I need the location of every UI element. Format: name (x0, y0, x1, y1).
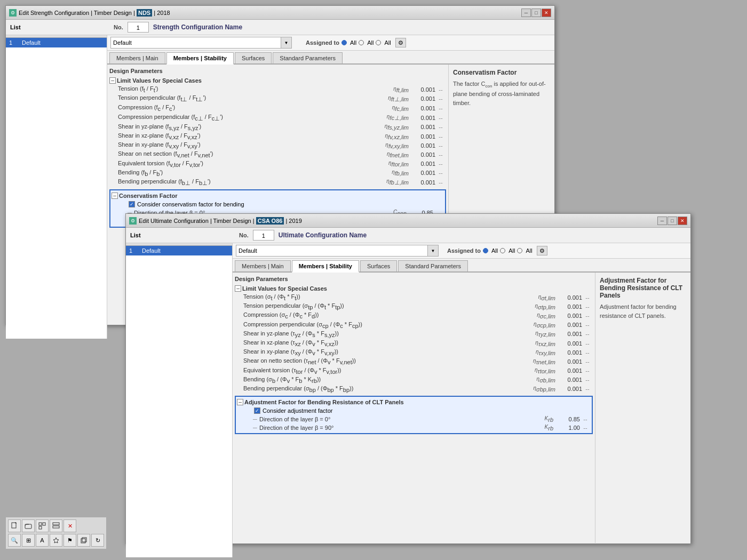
refresh-button[interactable]: ↻ (91, 534, 104, 547)
w2-param-row: Compression perpendicular (σcp / (Φc * F… (235, 321, 593, 330)
w2-radio-icon-1 (483, 248, 488, 253)
w2-name-label: Ultimate Configuration Name (279, 231, 367, 239)
w2-close-button[interactable]: ✕ (678, 217, 687, 225)
param-row: Shear in yz-plane (fs,yz / Fs,yz') ηfs,y… (109, 123, 446, 132)
conservatism-checkbox-row: ✓ Consider conservatism factor for bendi… (112, 200, 444, 209)
toolbar-row-2: 🔍 ⊞ A ⚑ ↻ (8, 534, 104, 547)
collapse-conservatism-icon[interactable]: ─ (112, 193, 118, 199)
window1-controls: ─ □ ✕ (521, 9, 551, 17)
combo-dropdown-icon[interactable]: ▼ (281, 37, 291, 48)
window1-header: List No. 1 Strength Configuration Name (6, 20, 554, 35)
right-description: The factor Ccon is applied for out-of-pl… (453, 79, 550, 107)
svg-rect-5 (53, 523, 59, 525)
star-button[interactable] (50, 534, 62, 547)
no-value: 1 (128, 22, 149, 33)
ultimate-config-icon: ⚙ (129, 217, 137, 225)
w2-right-description: Adjustment factor for bending resistance… (600, 302, 686, 320)
w2-tab-surfaces[interactable]: Surfaces (360, 260, 397, 271)
adj-factor-title: Adjustment Factor for Bending Resistance… (244, 399, 404, 405)
w2-no-label: No. (239, 232, 249, 238)
window2-main: Default ▼ Assigned to All All All ⚙ (233, 243, 690, 557)
w2-param-row: Bending (σb / (Φv * Fb * Krb)) ησb,lim 0… (235, 375, 593, 385)
svg-rect-4 (39, 526, 42, 529)
adj-factor-section: ─ Adjustment Factor for Bending Resistan… (235, 396, 593, 434)
flag-button[interactable]: ⚑ (63, 534, 76, 547)
w2-minimize-button[interactable]: ─ (657, 217, 667, 225)
w2-beta0-row: ─ Direction of the layer β = 0° Krb 0.85… (237, 415, 591, 423)
w2-list-item[interactable]: 1 Default (126, 246, 232, 255)
w2-limit-values-title: Limit Values for Special Cases (242, 285, 327, 292)
right-title: Conservatism Factor (453, 69, 550, 76)
name-row: Default ▼ Assigned to All All All ⚙ (107, 35, 554, 51)
w2-maximize-button[interactable]: □ (667, 217, 677, 225)
window2-controls: ─ □ ✕ (657, 217, 687, 225)
ultimate-config-window: ⚙ Edit Ultimate Configuration | Timber D… (125, 213, 691, 544)
w2-right-title: Adjustment Factor for Bending Resistance… (600, 277, 686, 299)
adj-checkbox-label: Consider adjustment factor (263, 407, 332, 414)
tab-members-stability[interactable]: Members | Stability (166, 52, 234, 65)
window2-body: 1 Default Default ▼ Assigned to All (126, 243, 690, 557)
w2-beta90-row: ─ Direction of the layer β = 90° Krb 1.0… (237, 423, 591, 432)
svg-rect-6 (53, 526, 59, 528)
search-button[interactable]: 🔍 (8, 534, 21, 547)
tabs-row: Members | Main Members | Stability Surfa… (107, 51, 554, 65)
w2-combo-dropdown-icon[interactable]: ▼ (427, 245, 438, 256)
param-row: Bending (fb / Fb') ηfb,lim 0.001 -- (109, 169, 446, 178)
tab-members-main[interactable]: Members | Main (109, 52, 165, 63)
w2-no-value: 1 (253, 230, 274, 241)
w2-assigned-options-button[interactable]: ⚙ (537, 246, 547, 255)
w2-tab-standard-params[interactable]: Standard Parameters (398, 260, 468, 271)
param-row: Shear in xz-plane (fv,xz / Fv,xz') ηfv,x… (109, 132, 446, 141)
maximize-button[interactable]: □ (531, 9, 541, 17)
assigned-options-button[interactable]: ⚙ (395, 38, 406, 47)
strength-config-titlebar: ⚙ Edit Strength Configuration | Timber D… (6, 6, 554, 20)
w2-collapse-limit-icon[interactable]: ─ (235, 285, 241, 292)
tab-surfaces[interactable]: Surfaces (235, 52, 272, 63)
w2-radio-icon-2 (500, 248, 505, 253)
list-label: List (8, 24, 109, 30)
window2-content: List No. 1 Ultimate Configuration Name 1… (126, 228, 690, 557)
conservatism-title: Conservatism Factor (119, 193, 177, 199)
window2-list: 1 Default (126, 243, 233, 557)
arrange2-button[interactable] (50, 519, 62, 532)
limit-values-section: ─ Limit Values for Special Cases (109, 76, 446, 85)
adj-checkbox-row: ✓ Consider adjustment factor (237, 406, 591, 415)
radio-icon-2 (359, 40, 364, 45)
arrange1-button[interactable] (36, 519, 49, 532)
name-combo[interactable]: Default ▼ (110, 37, 292, 49)
w2-assigned-section: Assigned to All All All ⚙ (447, 246, 547, 255)
delete-button[interactable]: ✕ (63, 519, 76, 532)
param-row: Equivalent torsion (fv,tor / Fv,tor') ηf… (109, 159, 446, 169)
list-item[interactable]: 1 Default (6, 38, 107, 47)
view-button[interactable]: ⊞ (22, 534, 35, 547)
collapse-sub-icon (120, 201, 126, 207)
no-label: No. (114, 24, 123, 30)
radio-icon-3 (376, 40, 381, 45)
w2-param-row: Shear in xy-plane (τxy / (Φv * Fv,xy)) η… (235, 348, 593, 357)
minimize-button[interactable]: ─ (521, 9, 531, 17)
ultimate-config-title: Edit Ultimate Configuration | Timber Des… (139, 218, 655, 224)
param-row: Shear on net section (fv,net / Fv,net') … (109, 150, 446, 159)
close-button[interactable]: ✕ (542, 9, 551, 17)
name-section: Strength Configuration Name (153, 23, 552, 31)
param-row: Tension (ft / Ft') ηft,lim 0.001 -- (109, 85, 446, 94)
w2-tab-members-stability[interactable]: Members | Stability (292, 260, 359, 273)
tag-button[interactable]: A (36, 534, 49, 547)
w2-left-pane: Design Parameters ─ Limit Values for Spe… (233, 273, 595, 543)
window1-list: 1 Default (6, 35, 107, 339)
new-button[interactable] (8, 519, 21, 532)
w2-limit-values-section: ─ Limit Values for Special Cases (235, 284, 593, 293)
tab-standard-params[interactable]: Standard Parameters (273, 52, 343, 63)
copy-button[interactable] (77, 534, 90, 547)
w2-name-row: Default ▼ Assigned to All All All ⚙ (233, 243, 690, 259)
collapse-limit-icon[interactable]: ─ (109, 77, 116, 84)
conservatism-checkbox[interactable]: ✓ (129, 201, 135, 207)
w2-tab-members-main[interactable]: Members | Main (235, 260, 291, 271)
w2-two-pane: Design Parameters ─ Limit Values for Spe… (233, 273, 690, 543)
w2-param-row: Shear on netto section (τnet / (Φv * Fv,… (235, 357, 593, 366)
param-row: Shear in xy-plane (fv,xy / Fv,xy') ηfv,x… (109, 141, 446, 150)
open-button[interactable] (22, 519, 35, 532)
adj-checkbox[interactable]: ✓ (254, 407, 260, 414)
w2-name-combo[interactable]: Default ▼ (236, 245, 439, 257)
w2-collapse-adj-icon[interactable]: ─ (237, 399, 243, 405)
